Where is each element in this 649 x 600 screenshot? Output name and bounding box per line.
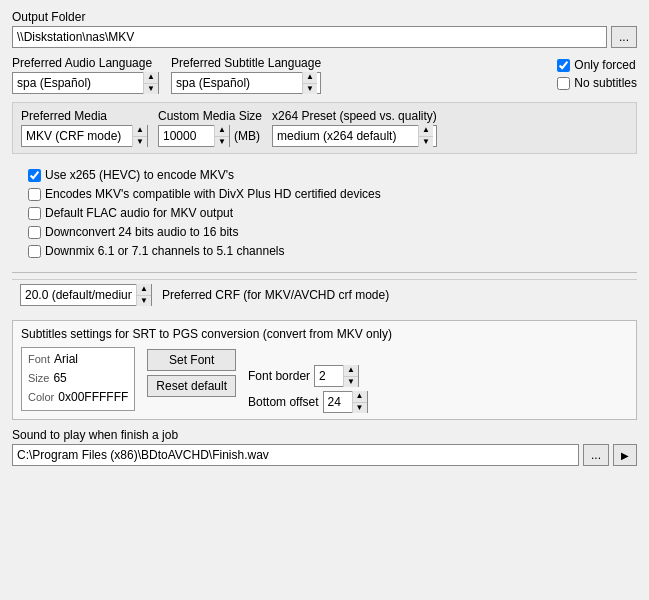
crf-arrows: ▲ ▼ bbox=[136, 284, 151, 306]
x264-preset-group: x264 Preset (speed vs. quality) ▲ ▼ bbox=[272, 109, 437, 147]
font-color-row: Color 0x00FFFFFF bbox=[28, 388, 128, 407]
font-size-row: Size 65 bbox=[28, 369, 128, 388]
subtitles-inner: Font Arial Size 65 Color 0x00FFFFFF Set … bbox=[21, 347, 628, 413]
font-border-row: Font border ▲ ▼ bbox=[248, 365, 367, 387]
font-border-arrows: ▲ ▼ bbox=[343, 365, 358, 387]
sound-play-button[interactable]: ▶ bbox=[613, 444, 637, 466]
font-name-value: Arial bbox=[54, 350, 78, 369]
preferred-media-label: Preferred Media bbox=[21, 109, 148, 123]
subtitle-language-label: Preferred Subtitle Language bbox=[171, 56, 321, 70]
output-folder-label: Output Folder bbox=[12, 10, 637, 24]
option-label-0[interactable]: Use x265 (HEVC) to encode MKV's bbox=[45, 168, 234, 182]
set-font-button[interactable]: Set Font bbox=[147, 349, 236, 371]
bottom-offset-label: Bottom offset bbox=[248, 395, 318, 409]
audio-language-group: Preferred Audio Language ▲ ▼ bbox=[12, 56, 159, 94]
subtitles-section: Subtitles settings for SRT to PGS conver… bbox=[12, 320, 637, 420]
audio-language-down-arrow[interactable]: ▼ bbox=[144, 84, 158, 95]
subtitle-language-input[interactable] bbox=[172, 73, 302, 93]
no-subtitles-checkbox[interactable] bbox=[557, 77, 570, 90]
crf-down-arrow[interactable]: ▼ bbox=[137, 296, 151, 307]
option-checkbox-3[interactable] bbox=[28, 226, 41, 239]
custom-media-size-spinner: ▲ ▼ bbox=[158, 125, 230, 147]
font-border-label: Font border bbox=[248, 369, 310, 383]
preferred-media-group: Preferred Media ▲ ▼ bbox=[21, 109, 148, 147]
output-folder-input[interactable] bbox=[12, 26, 607, 48]
subtitles-buttons: Set Font Reset default bbox=[147, 349, 236, 397]
custom-media-size-up-arrow[interactable]: ▲ bbox=[215, 125, 229, 137]
sound-section: Sound to play when finish a job ... ▶ bbox=[12, 428, 637, 466]
reset-default-button[interactable]: Reset default bbox=[147, 375, 236, 397]
font-name-row: Font Arial bbox=[28, 350, 128, 369]
font-border-down-arrow[interactable]: ▼ bbox=[344, 377, 358, 388]
audio-language-spinner: ▲ ▼ bbox=[12, 72, 159, 94]
crf-up-arrow[interactable]: ▲ bbox=[137, 284, 151, 296]
option-label-2[interactable]: Default FLAC audio for MKV output bbox=[45, 206, 233, 220]
option-checkbox-1[interactable] bbox=[28, 188, 41, 201]
subtitle-language-down-arrow[interactable]: ▼ bbox=[303, 84, 317, 95]
font-border-up-arrow[interactable]: ▲ bbox=[344, 365, 358, 377]
subtitle-options: Only forced No subtitles bbox=[557, 58, 637, 90]
subtitle-language-up-arrow[interactable]: ▲ bbox=[303, 72, 317, 84]
x264-preset-input[interactable] bbox=[273, 126, 418, 146]
sound-input-row: ... ▶ bbox=[12, 444, 637, 466]
only-forced-row: Only forced bbox=[557, 58, 637, 72]
custom-media-size-input[interactable] bbox=[159, 126, 214, 146]
sound-input[interactable] bbox=[12, 444, 579, 466]
media-row: Preferred Media ▲ ▼ Custom Media Size ▲ … bbox=[12, 102, 637, 154]
subtitle-language-group: Preferred Subtitle Language ▲ ▼ bbox=[171, 56, 321, 94]
x264-preset-label: x264 Preset (speed vs. quality) bbox=[272, 109, 437, 123]
option-row-2: Default FLAC audio for MKV output bbox=[28, 206, 621, 220]
option-row-0: Use x265 (HEVC) to encode MKV's bbox=[28, 168, 621, 182]
option-checkbox-2[interactable] bbox=[28, 207, 41, 220]
bottom-offset-down-arrow[interactable]: ▼ bbox=[353, 403, 367, 414]
bottom-offset-row: Bottom offset ▲ ▼ bbox=[248, 391, 367, 413]
language-row: Preferred Audio Language ▲ ▼ Preferred S… bbox=[12, 56, 637, 94]
font-info-box: Font Arial Size 65 Color 0x00FFFFFF bbox=[21, 347, 135, 411]
custom-media-size-arrows: ▲ ▼ bbox=[214, 125, 229, 147]
option-row-1: Encodes MKV's compatible with DivX Plus … bbox=[28, 187, 621, 201]
custom-media-size-label: Custom Media Size bbox=[158, 109, 262, 123]
x264-preset-up-arrow[interactable]: ▲ bbox=[419, 125, 433, 137]
x264-preset-down-arrow[interactable]: ▼ bbox=[419, 137, 433, 148]
font-color-value: 0x00FFFFFF bbox=[58, 388, 128, 407]
font-color-label: Color bbox=[28, 389, 54, 407]
bottom-offset-input[interactable] bbox=[324, 392, 352, 412]
preferred-media-down-arrow[interactable]: ▼ bbox=[133, 137, 147, 148]
font-name-label: Font bbox=[28, 351, 50, 369]
bottom-offset-arrows: ▲ ▼ bbox=[352, 391, 367, 413]
preferred-media-spinner: ▲ ▼ bbox=[21, 125, 148, 147]
option-label-3[interactable]: Downconvert 24 bits audio to 16 bits bbox=[45, 225, 238, 239]
option-row-3: Downconvert 24 bits audio to 16 bits bbox=[28, 225, 621, 239]
custom-media-size-down-arrow[interactable]: ▼ bbox=[215, 137, 229, 148]
options-section: Use x265 (HEVC) to encode MKV'sEncodes M… bbox=[12, 164, 637, 262]
option-checkbox-0[interactable] bbox=[28, 169, 41, 182]
bottom-offset-up-arrow[interactable]: ▲ bbox=[353, 391, 367, 403]
sound-label: Sound to play when finish a job bbox=[12, 428, 637, 442]
subtitle-language-spinner: ▲ ▼ bbox=[171, 72, 321, 94]
output-folder-browse-button[interactable]: ... bbox=[611, 26, 637, 48]
x264-preset-arrows: ▲ ▼ bbox=[418, 125, 433, 147]
preferred-media-arrows: ▲ ▼ bbox=[132, 125, 147, 147]
font-border-input[interactable] bbox=[315, 366, 343, 386]
sound-browse-button[interactable]: ... bbox=[583, 444, 609, 466]
option-label-4[interactable]: Downmix 6.1 or 7.1 channels to 5.1 chann… bbox=[45, 244, 284, 258]
option-label-1[interactable]: Encodes MKV's compatible with DivX Plus … bbox=[45, 187, 381, 201]
only-forced-label[interactable]: Only forced bbox=[574, 58, 635, 72]
audio-language-label: Preferred Audio Language bbox=[12, 56, 159, 70]
audio-language-up-arrow[interactable]: ▲ bbox=[144, 72, 158, 84]
custom-media-size-group: Custom Media Size ▲ ▼ (MB) bbox=[158, 109, 262, 147]
audio-language-input[interactable] bbox=[13, 73, 143, 93]
option-checkbox-4[interactable] bbox=[28, 245, 41, 258]
preferred-media-input[interactable] bbox=[22, 126, 132, 146]
crf-input[interactable] bbox=[21, 285, 136, 305]
option-row-4: Downmix 6.1 or 7.1 channels to 5.1 chann… bbox=[28, 244, 621, 258]
no-subtitles-label[interactable]: No subtitles bbox=[574, 76, 637, 90]
audio-language-arrows: ▲ ▼ bbox=[143, 72, 158, 94]
crf-spinner: ▲ ▼ bbox=[20, 284, 152, 306]
output-folder-section: Output Folder ... bbox=[12, 10, 637, 48]
bottom-offset-spinner: ▲ ▼ bbox=[323, 391, 368, 413]
preferred-media-up-arrow[interactable]: ▲ bbox=[133, 125, 147, 137]
no-subtitles-row: No subtitles bbox=[557, 76, 637, 90]
only-forced-checkbox[interactable] bbox=[557, 59, 570, 72]
subtitle-language-arrows: ▲ ▼ bbox=[302, 72, 317, 94]
